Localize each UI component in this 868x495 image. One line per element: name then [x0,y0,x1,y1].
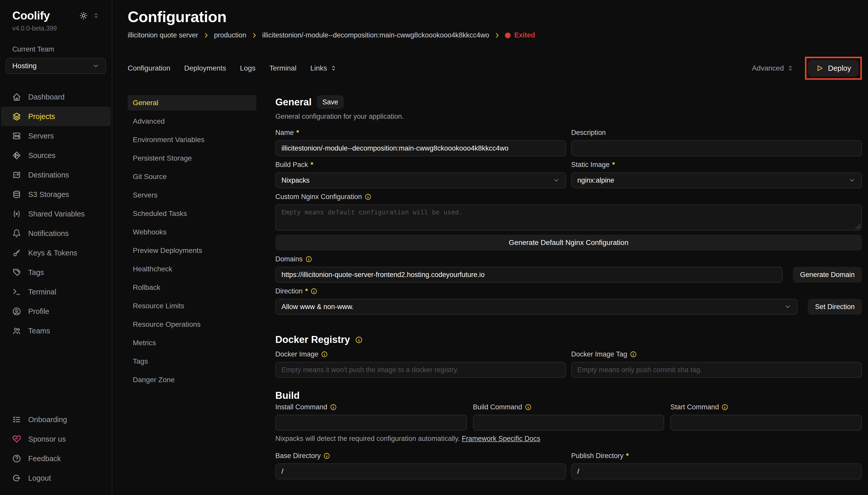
bell-icon [12,229,21,238]
sun-icon[interactable] [79,12,88,20]
subnav-item[interactable]: Metrics [128,335,256,351]
team-select[interactable]: Hosting [6,58,106,74]
info-icon[interactable] [630,351,637,358]
subnav-item[interactable]: Environment Variables [128,132,256,148]
tab[interactable]: Deployments [184,64,226,72]
subnav-item[interactable]: Git Source [128,169,256,184]
subnav-item[interactable]: Servers [128,187,256,203]
sidebar-item[interactable]: Profile [0,302,112,321]
tab-label: Terminal [269,64,297,72]
sidebar-item[interactable]: Projects [1,107,111,126]
chevrons-up-down-icon [330,65,337,71]
chevron-down-icon [553,177,560,184]
resize-handle[interactable] [855,224,860,229]
direction-select[interactable]: Allow www & non-www. [275,299,797,315]
breadcrumb-item[interactable]: illicitonion quote server [128,31,209,39]
sidebar-footer-item[interactable]: Feedback [0,449,112,468]
sidebar-item[interactable]: Tags [0,263,112,282]
status-dot [505,33,511,38]
subnav-item[interactable]: Advanced [128,114,256,129]
subnav-item[interactable]: Resource Limits [128,298,256,314]
static-image-select[interactable]: nginx:alpine [571,172,862,188]
required-marker: * [612,161,615,169]
info-icon[interactable] [365,193,371,200]
breadcrumb-item[interactable]: illicitestonion/-module--decomposition:m… [262,31,500,39]
field-name: Name* [275,129,566,156]
subnav-item[interactable]: Tags [128,354,256,369]
sidebar-item[interactable]: Notifications [0,224,112,243]
sidebar-item[interactable]: Destinations [0,165,112,185]
subnav-item-label: Environment Variables [133,136,205,144]
deploy-button[interactable]: Deploy [808,60,859,77]
sidebar-item[interactable]: Shared Variables [0,204,112,224]
info-icon[interactable] [305,256,312,263]
sidebar-item[interactable]: Terminal [0,282,112,302]
tab[interactable]: Logs [240,64,255,72]
build-pack-select[interactable]: Nixpacks [275,172,566,188]
subnav-item-label: Scheduled Tasks [133,209,187,218]
generate-domain-button[interactable]: Generate Domain [793,267,862,283]
install-command-input[interactable] [275,415,467,431]
tab[interactable]: Links [311,64,337,72]
tab-label: Deployments [184,64,226,72]
info-icon[interactable] [355,336,363,344]
chevrons-up-down-icon[interactable] [93,12,100,19]
subnav-item[interactable]: Preview Deployments [128,243,256,258]
sidebar-footer-item[interactable]: Logout [0,468,112,488]
description-input[interactable] [571,140,862,156]
info-icon[interactable] [321,351,328,358]
subnav-item[interactable]: Danger Zone [128,372,256,388]
section-heading-general: General [275,97,312,108]
sidebar-item-label: Onboarding [28,415,67,424]
subnav-item[interactable]: Webhooks [128,224,256,240]
docker-image-input[interactable] [275,362,566,378]
sidebar-item[interactable]: Teams [0,321,112,341]
domains-input[interactable] [275,267,783,283]
subnav-item[interactable]: Rollback [128,280,256,295]
subnav-item[interactable]: General [128,95,256,110]
custom-nginx-textarea[interactable] [275,204,862,231]
sidebar-top: Coolify v4.0.0-beta.399 Current Team Hos… [0,9,112,341]
info-icon[interactable] [330,404,337,411]
sidebar-item[interactable]: Servers [0,126,112,146]
info-icon[interactable] [311,288,317,295]
current-team-label: Current Team [0,46,112,53]
generate-nginx-button[interactable]: Generate Default Nginx Configuration [275,235,862,251]
subnav-item[interactable]: Resource Operations [128,317,256,332]
publish-directory-input[interactable] [571,463,862,479]
sidebar-footer-item[interactable]: Sponsor us [0,429,112,449]
chevron-right-icon [494,32,500,39]
sidebar-item[interactable]: Dashboard [0,87,112,107]
build-command-input[interactable] [473,415,665,431]
advanced-menu[interactable]: Advanced [752,64,794,72]
framework-docs-link[interactable]: Framework Specific Docs [462,435,540,442]
name-input[interactable] [275,140,566,156]
save-button[interactable]: Save [317,95,344,109]
subnav-item-label: Preview Deployments [133,246,202,255]
subnav-item-label: Persistent Storage [133,154,192,163]
tab[interactable]: Configuration [128,64,171,72]
info-icon[interactable] [721,404,728,411]
sidebar-item[interactable]: S3 Storages [0,185,112,204]
docker-image-tag-input[interactable] [571,362,862,378]
sidebar-item-label: Sources [28,151,55,160]
sidebar-item-label: Destinations [28,171,69,179]
breadcrumb-item[interactable]: production [214,31,258,39]
field-start-command: Start Command [670,403,862,431]
sidebar-item[interactable]: Keys & Tokens [0,243,112,263]
sidebar-item[interactable]: Sources [0,146,112,165]
subnav-item-label: Webhooks [133,228,166,236]
info-icon[interactable] [525,404,532,411]
sidebar-footer-item[interactable]: Onboarding [0,410,112,429]
field-docker-image-tag: Docker Image Tag [571,351,862,378]
set-direction-button[interactable]: Set Direction [808,299,862,315]
sidebar-item-label: Tags [28,268,44,277]
base-directory-input[interactable] [275,463,566,479]
start-command-input[interactable] [670,415,862,431]
subnav-item[interactable]: Persistent Storage [128,151,256,166]
subnav-item[interactable]: Healthcheck [128,261,256,277]
info-icon[interactable] [323,453,330,459]
subnav-item[interactable]: Scheduled Tasks [128,206,256,221]
sidebar-bottom: Onboarding Sponsor us Feedback Logout [0,410,112,488]
tab[interactable]: Terminal [269,64,297,72]
